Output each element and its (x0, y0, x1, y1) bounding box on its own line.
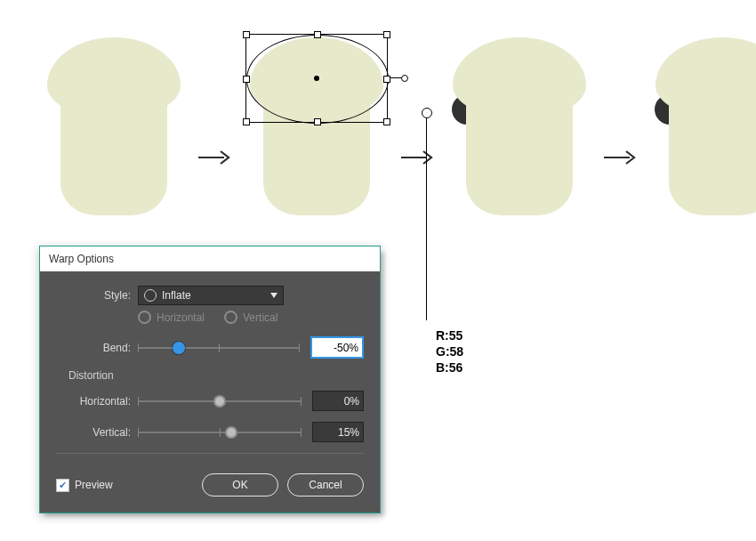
shape-cap (453, 37, 586, 117)
shape-step-3 (448, 28, 591, 215)
shape-step-2[interactable] (245, 28, 388, 215)
style-value: Inflate (162, 289, 191, 302)
dialog-title: Warp Options (49, 253, 114, 265)
rgb-readout: R:55 G:58 B:56 (436, 327, 463, 375)
dialog-body: Style: Inflate Horizontal Vertical (40, 271, 380, 513)
direction-handle[interactable] (390, 77, 403, 78)
callout-leader-line (426, 112, 427, 320)
style-select[interactable]: Inflate (138, 286, 284, 305)
shape-step-4 (651, 28, 756, 215)
shape-cap (655, 37, 756, 117)
handle-tl[interactable] (243, 31, 250, 38)
handle-bl[interactable] (243, 118, 250, 125)
warp-options-dialog: Warp Options Style: Inflate Horizontal V (39, 246, 381, 513)
dist-v-label: Vertical: (56, 426, 131, 439)
dialog-titlebar[interactable]: Warp Options (40, 246, 380, 271)
handle-mr[interactable] (383, 76, 390, 83)
ok-button[interactable]: OK (202, 473, 278, 497)
dist-v-slider[interactable] (138, 432, 302, 433)
shape-step-1 (43, 28, 185, 215)
inflate-icon (144, 289, 157, 302)
vertical-radio-label: Vertical (243, 311, 277, 324)
dist-h-slider[interactable] (138, 400, 302, 402)
horizontal-radio[interactable]: Horizontal (138, 311, 205, 324)
bend-slider[interactable] (138, 347, 300, 349)
rgb-b: B:56 (436, 359, 463, 375)
handle-br[interactable] (383, 118, 390, 125)
radio-icon (138, 311, 151, 324)
handle-ml[interactable] (243, 76, 250, 83)
rgb-r: R:55 (436, 327, 463, 343)
cancel-button[interactable]: Cancel (287, 473, 364, 497)
vertical-radio[interactable]: Vertical (224, 311, 277, 324)
handle-tr[interactable] (383, 31, 390, 38)
rgb-g: G:58 (436, 343, 463, 359)
arrow-icon (603, 148, 639, 167)
distortion-section-label: Distortion (68, 369, 364, 382)
preview-checkbox[interactable]: ✔ Preview (56, 479, 113, 492)
dist-h-slider-thumb[interactable] (213, 395, 226, 408)
dist-v-value-input[interactable] (312, 422, 364, 442)
dist-h-value-input[interactable] (312, 391, 364, 411)
divider (56, 453, 364, 454)
bend-slider-thumb[interactable] (173, 342, 185, 354)
arrow-icon (197, 148, 233, 167)
shape-cap (250, 37, 383, 117)
orientation-radios: Horizontal Vertical (138, 311, 364, 324)
bend-label: Bend: (56, 342, 131, 354)
preview-label: Preview (75, 479, 113, 491)
dist-h-label: Horizontal: (56, 395, 131, 408)
bend-value-input[interactable] (310, 336, 364, 359)
dist-v-slider-thumb[interactable] (225, 426, 237, 439)
chevron-down-icon (270, 293, 277, 298)
horizontal-radio-label: Horizontal (157, 311, 205, 324)
shape-cap (47, 37, 181, 117)
checkbox-icon: ✔ (56, 479, 69, 492)
arrow-icon (400, 148, 436, 167)
style-label: Style: (56, 289, 131, 302)
tutorial-shapes (43, 28, 756, 215)
radio-icon (224, 311, 237, 324)
